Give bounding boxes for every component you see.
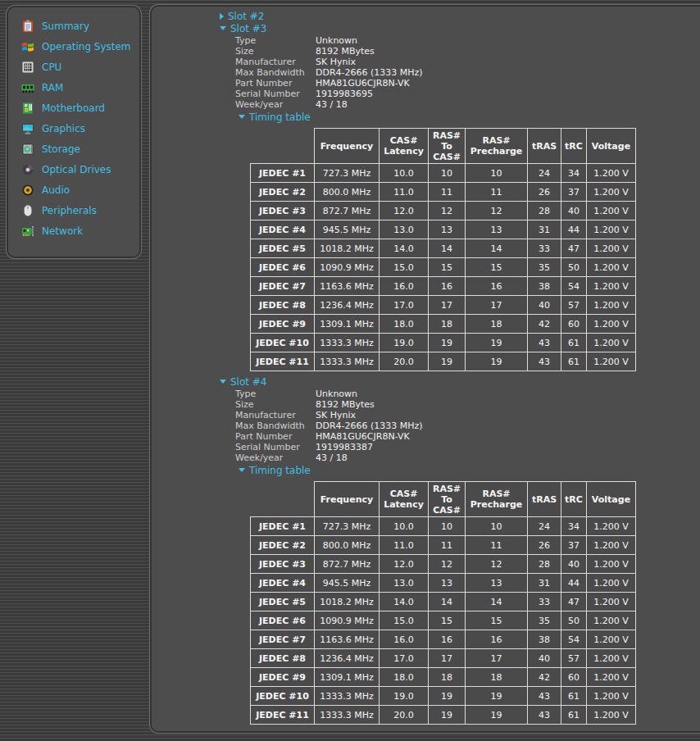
timing-row-label: JEDEC #1 xyxy=(251,517,315,536)
timing-cell: 1.200 V xyxy=(587,239,636,258)
timing-cell: 17.0 xyxy=(380,649,429,668)
collapse-arrow-icon xyxy=(239,115,245,119)
timing-cell: 1236.4 MHz xyxy=(315,296,380,315)
slot-3-timing-toggle[interactable]: Timing table xyxy=(239,111,700,124)
sidebar-item-peripherals[interactable]: Peripherals xyxy=(21,200,139,220)
timing-cell: 1163.6 MHz xyxy=(315,630,380,649)
slot-3-section: Slot #3 TypeUnknownSize8192 MBytesManufa… xyxy=(152,23,700,371)
property-name: Manufacturer xyxy=(235,57,316,67)
property-value: 1919983695 xyxy=(316,89,373,99)
timing-cell: 17 xyxy=(429,296,466,315)
sidebar-item-ram[interactable]: RAM xyxy=(21,77,139,98)
timing-cell: 40 xyxy=(561,555,587,574)
property-value: DDR4-2666 (1333 MHz) xyxy=(316,421,423,431)
timing-cell: 10.0 xyxy=(380,517,429,536)
timing-cell: 19 xyxy=(466,687,528,706)
sidebar-item-optical-drives[interactable]: Optical Drives xyxy=(21,159,139,180)
timing-table-row: JEDEC #81236.4 MHz17.0171740571.200 V xyxy=(251,296,636,315)
timing-table-header-cell: Voltage xyxy=(587,129,636,164)
timing-table-slot-3: FrequencyCAS# LatencyRAS# To CAS#RAS# Pr… xyxy=(250,128,636,371)
timing-table-header-cell: tRC xyxy=(561,129,587,164)
sidebar-item-label: CPU xyxy=(42,61,61,73)
timing-row-label: JEDEC #8 xyxy=(251,649,315,668)
sidebar-item-storage[interactable]: Storage xyxy=(21,139,139,159)
timing-cell: 19 xyxy=(429,334,466,352)
timing-cell: 1333.3 MHz xyxy=(315,687,380,706)
property-value: Unknown xyxy=(316,389,357,399)
property-row: ManufacturerSK Hynix xyxy=(235,410,700,421)
timing-cell: 1.200 V xyxy=(587,593,636,611)
optical-drives-icon xyxy=(21,163,34,176)
timing-table-label: Timing table xyxy=(249,111,311,123)
timing-cell: 1.200 V xyxy=(587,649,636,668)
timing-cell: 13.0 xyxy=(380,220,429,239)
property-value: DDR4-2666 (1333 MHz) xyxy=(316,67,423,78)
timing-table-header-cell: CAS# Latency xyxy=(380,129,429,164)
sidebar-item-label: Graphics xyxy=(42,123,85,134)
timing-table-row: JEDEC #4945.5 MHz13.0131331441.200 V xyxy=(251,574,636,593)
timing-cell: 26 xyxy=(528,536,561,555)
timing-cell: 18.0 xyxy=(380,668,429,687)
timing-cell: 61 xyxy=(561,334,587,352)
timing-cell: 42 xyxy=(528,315,561,334)
sidebar-item-graphics[interactable]: Graphics xyxy=(21,118,139,139)
slot-2-toggle[interactable]: Slot #2 xyxy=(220,11,700,23)
timing-cell: 1333.3 MHz xyxy=(315,352,380,371)
timing-cell: 40 xyxy=(528,649,561,668)
timing-cell: 1333.3 MHz xyxy=(315,334,380,352)
property-value: 8192 MBytes xyxy=(316,46,375,57)
timing-cell: 54 xyxy=(561,630,587,649)
slot-4-timing-toggle[interactable]: Timing table xyxy=(239,465,700,477)
timing-cell: 1.200 V xyxy=(587,258,636,277)
sidebar-item-summary[interactable]: Summary xyxy=(21,16,139,36)
ram-details-panel: Slot #2 Slot #3 TypeUnknownSize8192 MByt… xyxy=(150,5,700,733)
timing-cell: 1.200 V xyxy=(587,352,636,371)
timing-cell: 16 xyxy=(429,630,466,649)
cpu-icon xyxy=(21,61,34,74)
timing-table-row: JEDEC #2800.0 MHz11.0111126371.200 V xyxy=(251,536,636,555)
timing-cell: 44 xyxy=(561,220,587,239)
timing-cell: 33 xyxy=(528,239,561,258)
timing-cell: 61 xyxy=(561,352,587,371)
timing-cell: 19.0 xyxy=(380,687,429,706)
timing-cell: 38 xyxy=(528,630,561,649)
timing-row-label: JEDEC #4 xyxy=(251,574,315,593)
sidebar-item-motherboard[interactable]: Motherboard xyxy=(21,98,139,118)
timing-cell: 18 xyxy=(466,668,528,687)
timing-row-label: JEDEC #4 xyxy=(251,220,315,239)
timing-cell: 1.200 V xyxy=(587,315,636,334)
property-row: Size8192 MBytes xyxy=(235,399,700,410)
storage-icon xyxy=(21,143,34,156)
sidebar-item-cpu[interactable]: CPU xyxy=(21,57,139,77)
timing-cell: 47 xyxy=(561,593,587,611)
timing-cell: 33 xyxy=(528,593,561,611)
property-value: SK Hynix xyxy=(316,57,356,67)
timing-cell: 19 xyxy=(429,352,466,371)
slot-4-toggle[interactable]: Slot #4 xyxy=(220,376,700,389)
timing-cell: 1.200 V xyxy=(587,668,636,687)
timing-cell: 1.200 V xyxy=(587,296,636,315)
property-name: Week/year xyxy=(235,99,316,110)
property-value: Unknown xyxy=(316,35,357,46)
timing-cell: 1090.9 MHz xyxy=(315,611,380,630)
timing-cell: 10 xyxy=(466,517,528,536)
timing-table-row: JEDEC #71163.6 MHz16.0161638541.200 V xyxy=(251,630,636,649)
timing-cell: 16 xyxy=(466,277,528,296)
property-name: Type xyxy=(235,389,316,399)
sidebar-item-network[interactable]: Network xyxy=(21,220,139,241)
timing-cell: 14 xyxy=(466,239,528,258)
timing-cell: 800.0 MHz xyxy=(315,536,380,555)
timing-cell: 945.5 MHz xyxy=(315,574,380,593)
timing-cell: 18.0 xyxy=(380,315,429,334)
timing-cell: 872.7 MHz xyxy=(315,202,380,220)
sidebar-item-operating-system[interactable]: Operating System xyxy=(21,36,139,57)
timing-cell: 14.0 xyxy=(380,593,429,611)
collapse-arrow-icon xyxy=(239,468,245,472)
timing-table-header-cell: tRAS xyxy=(528,129,561,164)
timing-cell: 20.0 xyxy=(380,352,429,371)
sidebar-panel: SummaryOperating SystemCPURAMMotherboard… xyxy=(7,6,141,258)
timing-cell: 1.200 V xyxy=(587,277,636,296)
timing-cell: 12 xyxy=(429,555,466,574)
sidebar-item-audio[interactable]: Audio xyxy=(21,180,139,200)
slot-3-toggle[interactable]: Slot #3 xyxy=(220,23,700,35)
